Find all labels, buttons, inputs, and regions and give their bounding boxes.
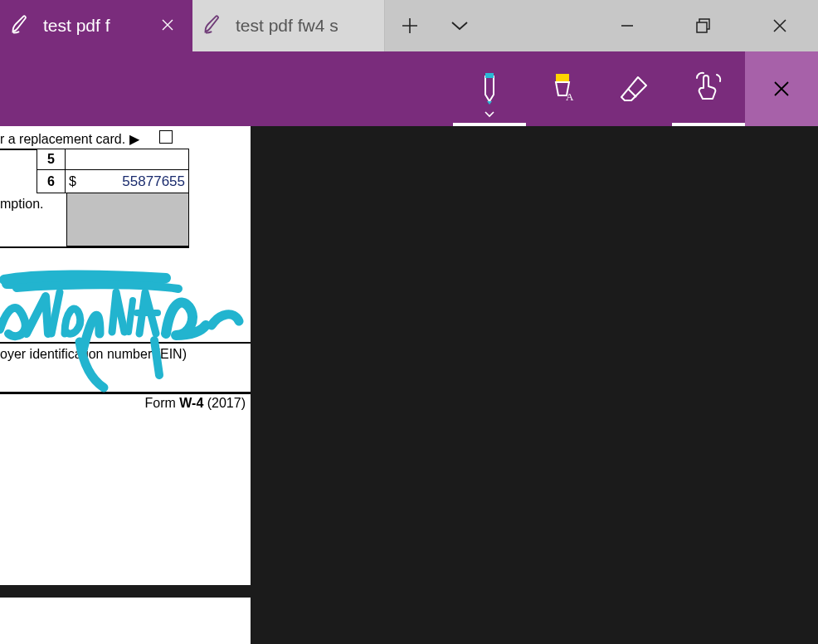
svg-rect-1 [697, 22, 707, 32]
pdf-page-1: r a replacement card. ▶ 5 6 $ 55877655 m… [0, 126, 251, 585]
rule [0, 149, 37, 150]
pen-icon [202, 12, 226, 40]
svg-rect-2 [485, 73, 494, 78]
tab-strip: test pdf f test pdf fw4 s [0, 0, 385, 51]
eraser-icon [620, 74, 651, 104]
chevron-down-icon [484, 106, 495, 121]
tab-label: test pdf f [43, 16, 146, 36]
plus-icon [401, 17, 419, 35]
dollar-sign: $ [66, 170, 80, 193]
thick-rule [0, 392, 251, 394]
minimize-icon [620, 18, 635, 33]
form-text: mption. [0, 197, 43, 212]
row-number: 6 [37, 170, 66, 193]
touch-writing-button[interactable] [672, 51, 745, 126]
row-number: 5 [37, 149, 66, 169]
chevron-down-icon [450, 20, 469, 32]
tab-label: test pdf fw4 s [236, 16, 371, 36]
highlighter-icon: A [548, 72, 577, 105]
close-icon[interactable] [156, 13, 179, 39]
close-icon [772, 80, 791, 98]
pdf-page-2: Page 2 [0, 598, 251, 644]
tab-inactive[interactable]: test pdf fw4 s [192, 0, 385, 51]
close-window-button[interactable] [742, 0, 818, 51]
touch-icon [692, 71, 725, 103]
close-icon [772, 18, 787, 33]
tab-active[interactable]: test pdf f [0, 0, 192, 51]
checkbox [159, 130, 173, 144]
pdf-viewport[interactable]: r a replacement card. ▶ 5 6 $ 55877655 m… [0, 126, 818, 644]
tabs-dropdown-button[interactable] [435, 0, 484, 51]
shaded-cell [66, 193, 189, 246]
titlebar-spacer [484, 0, 589, 51]
form-row-5: 5 [37, 149, 189, 170]
svg-text:A: A [566, 90, 574, 103]
eraser-tool-button[interactable] [599, 51, 672, 126]
highlighter-tool-button[interactable]: A [526, 51, 599, 126]
svg-rect-3 [556, 74, 569, 82]
rule [0, 246, 189, 248]
form-row-6: 6 $ 55877655 [37, 170, 189, 193]
form-footer: Form W-4 (2017) [0, 396, 251, 411]
pen-tool-icon [475, 71, 504, 106]
pen-tool-button[interactable] [453, 51, 526, 126]
form-value: 55877655 [80, 173, 188, 190]
new-tab-button[interactable] [385, 0, 435, 51]
minimize-button[interactable] [589, 0, 665, 51]
form-text: oyer identification number (EIN) [0, 347, 187, 362]
rule [0, 342, 251, 344]
restore-button[interactable] [665, 0, 742, 51]
ink-toolbar: A [0, 51, 818, 126]
restore-icon [695, 17, 712, 34]
close-ink-button[interactable] [745, 51, 818, 126]
form-label: Form W-4 (2017) [145, 396, 246, 411]
pen-icon [10, 12, 33, 40]
form-text: r a replacement card. ▶ [0, 131, 139, 147]
title-bar: test pdf f test pdf fw4 s [0, 0, 818, 51]
